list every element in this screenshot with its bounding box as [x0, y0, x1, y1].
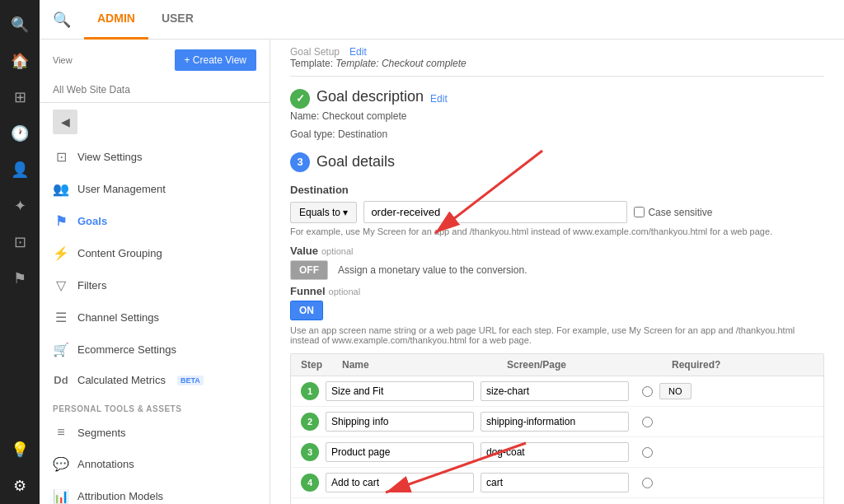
destination-label: Destination: [290, 184, 824, 196]
top-search-icon[interactable]: 🔍: [53, 11, 71, 29]
funnel-help-text: Use an app screen name string or a web p…: [290, 325, 824, 345]
destination-row: Equals to ▾ Case sensitive: [290, 201, 824, 223]
channel-settings-icon: ☰: [53, 310, 69, 325]
ecommerce-icon: 🛒: [53, 342, 69, 357]
person-icon[interactable]: 👤: [0, 152, 40, 188]
funnel-optional-label: optional: [329, 287, 361, 296]
search-icon[interactable]: 🔍: [0, 7, 40, 43]
funnel-name-2[interactable]: [326, 412, 474, 432]
case-sensitive-row: Case sensitive: [634, 207, 712, 218]
sidebar-item-channel-settings[interactable]: ☰ Channel Settings: [40, 301, 270, 334]
funnel-screen-1[interactable]: [481, 381, 629, 401]
back-button[interactable]: ◀: [53, 110, 77, 134]
sidebar-item-ecommerce[interactable]: 🛒 Ecommerce Settings: [40, 334, 270, 366]
sidebar-item-calculated-metrics[interactable]: Dd Calculated Metrics BETA: [40, 366, 270, 394]
goal-setup-edit-link[interactable]: Edit: [349, 46, 367, 58]
goal-name-info: Name: Checkout complete: [290, 110, 824, 122]
case-sensitive-label: Case sensitive: [648, 207, 712, 218]
row-num-3: 3: [301, 443, 319, 461]
content-grouping-icon: ⚡: [53, 245, 69, 261]
funnel-name-1[interactable]: [326, 381, 474, 401]
row-num-2: 2: [301, 413, 319, 431]
goal-setup-row: Goal Setup Edit: [290, 40, 824, 58]
goal-desc-step-circle: ✓: [290, 89, 310, 109]
col-screen-header: Screen/Page: [507, 359, 672, 371]
sidebar: View + Create View All Web Site Data ◀ ⊡…: [40, 40, 270, 504]
funnel-screen-3[interactable]: [481, 442, 629, 462]
sidebar-item-user-management[interactable]: 👥 User Management: [40, 173, 270, 205]
funnel-toggle-label: ON: [291, 301, 322, 320]
funnel-screen-4[interactable]: [481, 473, 629, 492]
sidebar-item-annotations[interactable]: 💬 Annotations: [40, 448, 270, 480]
goal-type-info: Goal type: Destination: [290, 128, 824, 140]
table-row: 1 NO: [291, 376, 823, 407]
equals-to-button[interactable]: Equals to ▾: [290, 202, 357, 223]
col-name-header: Name: [342, 359, 507, 371]
funnel-no-button-1[interactable]: NO: [659, 383, 692, 399]
goal-setup-label: Goal Setup: [290, 46, 340, 58]
main-wrapper: 🔍 ADMIN USER View + Create View All Web …: [40, 0, 844, 504]
sidebar-item-filters[interactable]: ▽ Filters: [40, 269, 270, 301]
sidebar-item-attribution[interactable]: 📊 Attribution Models: [40, 480, 270, 504]
acquisition-icon[interactable]: ✦: [0, 188, 40, 224]
case-sensitive-checkbox[interactable]: [634, 207, 645, 217]
value-header: Value optional: [290, 245, 824, 257]
value-toggle-label: OFF: [291, 261, 327, 279]
value-toggle-row: OFF Assign a monetary value to the conve…: [290, 260, 824, 280]
filters-icon: ▽: [53, 278, 69, 293]
segments-icon: ≡: [53, 425, 69, 440]
value-toggle[interactable]: OFF: [290, 260, 328, 280]
template-text: Template: Template: Checkout complete: [290, 58, 824, 69]
goals-icon: ⚑: [53, 213, 69, 229]
sidebar-item-view-settings[interactable]: ⊡ View Settings: [40, 141, 270, 173]
sidebar-header: View + Create View: [40, 40, 270, 81]
tab-user[interactable]: USER: [148, 0, 207, 40]
funnel-toggle[interactable]: ON: [290, 301, 323, 320]
sidebar-item-content-grouping[interactable]: ⚡ Content Grouping: [40, 237, 270, 269]
home-icon[interactable]: 🏠: [0, 43, 40, 79]
main-content: Goal Setup Edit Template: Template: Chec…: [270, 40, 844, 504]
funnel-header: Funnel optional: [290, 285, 824, 297]
funnel-screen-2[interactable]: [481, 412, 629, 432]
goal-details-title: Goal details: [316, 153, 395, 170]
conversions-icon[interactable]: ⚑: [0, 260, 40, 296]
col-required-header: Required?: [672, 359, 814, 371]
gear-icon[interactable]: ⚙: [0, 468, 40, 504]
destination-input[interactable]: [363, 201, 627, 223]
funnel-required-radio-3[interactable]: [642, 447, 653, 458]
top-nav: 🔍 ADMIN USER: [40, 0, 844, 40]
table-row: 2: [291, 407, 823, 437]
table-row: 4: [291, 468, 823, 498]
all-web-data-label: All Web Site Data: [40, 81, 270, 103]
funnel-table-header: Step Name Screen/Page Required?: [291, 354, 823, 376]
tab-admin[interactable]: ADMIN: [84, 0, 148, 40]
sidebar-item-segments[interactable]: ≡ Segments: [40, 417, 270, 448]
destination-help-text: For example, use My Screen for an app an…: [290, 226, 824, 236]
clock-icon[interactable]: 🕐: [0, 115, 40, 152]
user-management-icon: 👥: [53, 181, 69, 197]
icon-bar: 🔍 🏠 ⊞ 🕐 👤 ✦ ⊡ ⚑ 💡 ⚙: [0, 0, 40, 504]
goal-details-header: 3 Goal details: [290, 147, 824, 177]
funnel-required-radio-4[interactable]: [642, 478, 653, 488]
sidebar-item-goals[interactable]: ⚑ Goals: [40, 205, 270, 237]
funnel-required-radio-2[interactable]: [642, 417, 653, 427]
annotations-icon: 💬: [53, 456, 69, 472]
funnel-name-4[interactable]: [326, 473, 474, 492]
view-settings-icon: ⊡: [53, 149, 69, 165]
view-label: View: [53, 55, 73, 65]
row-num-4: 4: [301, 474, 319, 492]
assign-text: Assign a monetary value to the conversio…: [338, 264, 527, 276]
lightbulb-icon[interactable]: 💡: [0, 432, 40, 468]
funnel-required-radio-1[interactable]: [642, 386, 653, 397]
table-row: 3: [291, 437, 823, 468]
goal-description-title: Goal description: [316, 88, 424, 105]
behavior-icon[interactable]: ⊡: [0, 224, 40, 260]
attribution-icon: 📊: [53, 488, 69, 504]
grid-icon[interactable]: ⊞: [0, 79, 40, 115]
goal-description-edit[interactable]: Edit: [430, 93, 448, 105]
calculated-metrics-icon: Dd: [53, 374, 69, 386]
create-view-button[interactable]: + Create View: [175, 49, 257, 71]
row-num-1: 1: [301, 382, 319, 400]
funnel-name-3[interactable]: [326, 442, 474, 462]
goal-details-step-circle: 3: [290, 152, 310, 172]
